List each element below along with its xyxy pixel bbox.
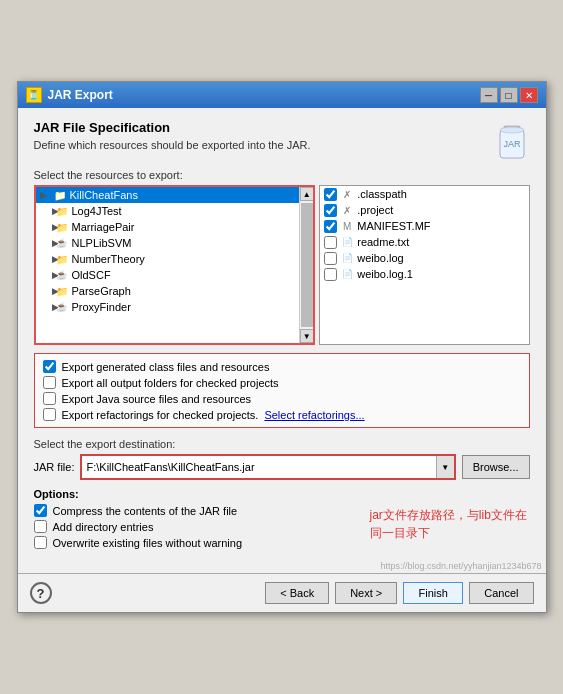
- tree-item[interactable]: M MANIFEST.MF: [320, 218, 528, 234]
- tree-item-label: NumberTheory: [72, 253, 145, 265]
- title-bar-left: 🫙 JAR Export: [26, 87, 113, 103]
- next-button[interactable]: Next >: [335, 582, 397, 604]
- export-output-folders-checkbox[interactable]: [43, 376, 56, 389]
- tree-item[interactable]: 📄 weibo.log: [320, 250, 528, 266]
- manifest-checkbox[interactable]: [324, 220, 337, 233]
- svg-point-2: [500, 127, 524, 133]
- tree-item[interactable]: ▶ 📁 KillCheatFans: [36, 187, 314, 203]
- jar-window-icon: 🫙: [26, 87, 42, 103]
- right-tree-panel: ✗ .classpath ✗ .project M MANIFEST.MF 📄 …: [319, 185, 529, 345]
- export-source-label: Export Java source files and resources: [62, 393, 252, 405]
- tree-item[interactable]: ▶ ☕ ProxyFinder: [36, 299, 314, 315]
- export-output-folders-label: Export all output folders for checked pr…: [62, 377, 279, 389]
- tree-arrow: ▶: [40, 238, 52, 248]
- close-button[interactable]: ✕: [520, 87, 538, 103]
- file-icon: 📄: [339, 251, 355, 265]
- help-button[interactable]: ?: [30, 582, 52, 604]
- options-checkboxes: Compress the contents of the JAR file Ad…: [34, 504, 362, 549]
- nav-buttons: < Back Next > Finish Cancel: [265, 582, 533, 604]
- tree-item-label: Log4JTest: [72, 205, 122, 217]
- project-checkbox[interactable]: [324, 204, 337, 217]
- tree-item[interactable]: ▶ 📁 NumberTheory: [36, 251, 314, 267]
- maximize-button[interactable]: □: [500, 87, 518, 103]
- folder-icon: 📁: [54, 220, 70, 234]
- file-icon: 📄: [339, 267, 355, 281]
- compress-label: Compress the contents of the JAR file: [53, 505, 238, 517]
- classpath-icon: ✗: [339, 187, 355, 201]
- back-button[interactable]: < Back: [265, 582, 329, 604]
- svg-text:JAR: JAR: [503, 139, 521, 149]
- left-tree-scrollbar[interactable]: ▲ ▼: [299, 187, 313, 343]
- tree-item-label: KillCheatFans: [70, 189, 138, 201]
- export-refactorings-label: Export refactorings for checked projects…: [62, 409, 259, 421]
- export-source-checkbox[interactable]: [43, 392, 56, 405]
- weibo-log-checkbox[interactable]: [324, 252, 337, 265]
- tree-arrow: ▶: [40, 286, 52, 296]
- folder-icon: 📁: [54, 284, 70, 298]
- jar-export-window: 🫙 JAR Export ─ □ ✕ JAR File Specificatio…: [17, 81, 547, 613]
- options-area: Options: Compress the contents of the JA…: [34, 488, 530, 549]
- tree-item-label: OldSCF: [72, 269, 111, 281]
- tree-item[interactable]: 📄 readme.txt: [320, 234, 528, 250]
- tree-item[interactable]: ▶ 📁 MarriagePair: [36, 219, 314, 235]
- tree-item-label: MANIFEST.MF: [357, 220, 430, 232]
- overwrite-checkbox[interactable]: [34, 536, 47, 549]
- weibo-log1-checkbox[interactable]: [324, 268, 337, 281]
- overwrite-label: Overwrite existing files without warning: [53, 537, 243, 549]
- tree-item[interactable]: ▶ ☕ NLPLibSVM: [36, 235, 314, 251]
- annotation-line2: 同一目录下: [370, 526, 430, 540]
- header-text: JAR File Specification Define which reso…: [34, 120, 494, 161]
- jar-path-dropdown[interactable]: ▼: [436, 456, 454, 478]
- tree-arrow: ▶: [40, 302, 52, 312]
- finish-button[interactable]: Finish: [403, 582, 463, 604]
- resources-label: Select the resources to export:: [34, 169, 530, 181]
- select-refactorings-link[interactable]: Select refactorings...: [264, 409, 364, 421]
- java-icon: ☕: [54, 300, 70, 314]
- compress-checkbox[interactable]: [34, 504, 47, 517]
- tree-item[interactable]: ▶ ☕ OldSCF: [36, 267, 314, 283]
- classpath-checkbox[interactable]: [324, 188, 337, 201]
- tree-item-label: MarriagePair: [72, 221, 135, 233]
- scroll-up-arrow[interactable]: ▲: [300, 187, 314, 201]
- tree-item[interactable]: ▶ 📁 ParseGraph: [36, 283, 314, 299]
- project-icon: ✗: [339, 203, 355, 217]
- header-area: JAR File Specification Define which reso…: [34, 120, 530, 161]
- export-dest-section: Select the export destination: JAR file:…: [34, 438, 530, 480]
- manifest-icon: M: [339, 219, 355, 233]
- export-refactorings-row: Export refactorings for checked projects…: [43, 408, 521, 421]
- export-class-files-checkbox[interactable]: [43, 360, 56, 373]
- folder-icon: 📁: [54, 204, 70, 218]
- export-refactorings-checkbox[interactable]: [43, 408, 56, 421]
- section-title: JAR File Specification: [34, 120, 494, 135]
- minimize-button[interactable]: ─: [480, 87, 498, 103]
- folder-icon: 📁: [54, 252, 70, 266]
- title-bar: 🫙 JAR Export ─ □ ✕: [18, 82, 546, 108]
- export-output-folders-row: Export all output folders for checked pr…: [43, 376, 521, 389]
- cancel-button[interactable]: Cancel: [469, 582, 533, 604]
- options-label: Options:: [34, 488, 530, 500]
- jar-path-input[interactable]: [82, 456, 435, 478]
- tree-item-label: weibo.log.1: [357, 268, 413, 280]
- java-icon: ☕: [54, 268, 70, 282]
- browse-button[interactable]: Browse...: [462, 455, 530, 479]
- tree-item-label: NLPLibSVM: [72, 237, 132, 249]
- tree-item-label: weibo.log: [357, 252, 403, 264]
- tree-item-label: ParseGraph: [72, 285, 131, 297]
- tree-item[interactable]: ✗ .project: [320, 202, 528, 218]
- scroll-thumb[interactable]: [301, 203, 313, 327]
- tree-item[interactable]: 📄 weibo.log.1: [320, 266, 528, 282]
- export-source-row: Export Java source files and resources: [43, 392, 521, 405]
- tree-item[interactable]: ▶ 📁 Log4JTest: [36, 203, 314, 219]
- jar-path-input-wrap: ▼: [80, 454, 455, 480]
- scroll-down-arrow[interactable]: ▼: [300, 329, 314, 343]
- annotation-line1: jar文件存放路径，与lib文件在: [370, 508, 527, 522]
- title-bar-controls: ─ □ ✕: [480, 87, 538, 103]
- export-class-files-label: Export generated class files and resourc…: [62, 361, 270, 373]
- readme-checkbox[interactable]: [324, 236, 337, 249]
- export-class-files-row: Export generated class files and resourc…: [43, 360, 521, 373]
- jar-icon: JAR: [494, 120, 530, 160]
- add-dirs-checkbox[interactable]: [34, 520, 47, 533]
- add-dirs-row: Add directory entries: [34, 520, 362, 533]
- tree-item[interactable]: ✗ .classpath: [320, 186, 528, 202]
- compress-row: Compress the contents of the JAR file: [34, 504, 362, 517]
